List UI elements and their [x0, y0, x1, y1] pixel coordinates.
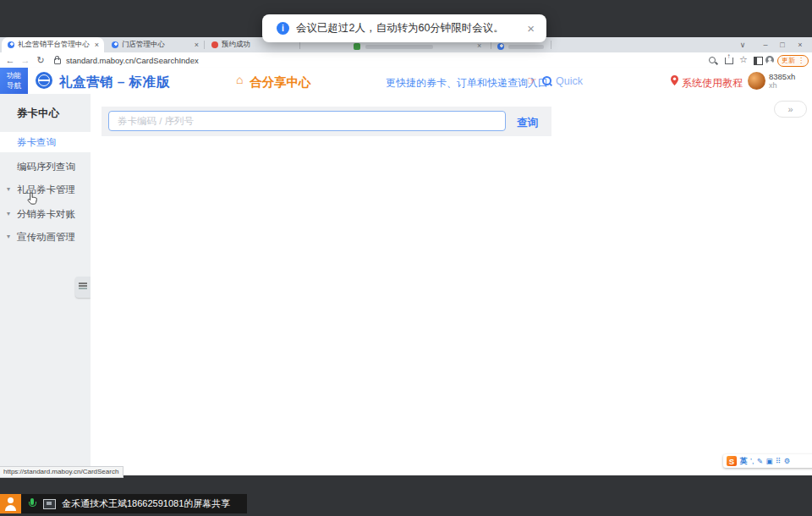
tab-favicon-icon	[211, 41, 218, 48]
link-preview-tooltip: https://standard.maboy.cn/CardSearch	[0, 466, 123, 478]
screen-share-icon	[43, 499, 56, 509]
more-menu-icon[interactable]: ⋮	[798, 57, 804, 64]
sogou-logo-icon[interactable]: S	[727, 456, 737, 466]
share-center-link[interactable]: 合分享中心	[250, 74, 311, 91]
info-icon: i	[277, 22, 289, 35]
tab-favicon-icon	[354, 43, 360, 50]
tab-favicon-icon	[497, 43, 504, 50]
presenter-icon	[0, 494, 21, 513]
settings-icon[interactable]	[784, 458, 791, 465]
tab-store-admin[interactable]: 门店管理中心 ×	[106, 37, 204, 52]
tab-close-icon[interactable]: ×	[477, 41, 481, 50]
lock-icon	[54, 58, 61, 64]
handle-lines-icon	[79, 283, 87, 284]
tutorial-link[interactable]: 系统使用教程	[682, 76, 743, 91]
user-subname: xh	[769, 81, 777, 90]
back-button[interactable]: ←	[3, 52, 17, 68]
window-maximize-button[interactable]: □	[775, 37, 790, 52]
user-name: 8385xh	[769, 72, 795, 81]
window-menu-button[interactable]: ∨	[735, 37, 750, 52]
app-title: 礼盒营销 – 标准版	[59, 74, 170, 91]
tab-favicon-icon	[8, 41, 14, 48]
user-avatar[interactable]	[748, 72, 765, 90]
caret-down-icon: ▾	[7, 210, 10, 217]
microphone-icon	[29, 498, 36, 510]
main-content	[91, 94, 812, 475]
reload-button[interactable]: ↻	[34, 52, 47, 68]
expand-panel-button[interactable]: »	[774, 101, 807, 118]
tab-separator	[551, 41, 551, 49]
quick-entry-hint: 更快捷的券卡、订单和快递查询入口	[386, 76, 548, 91]
ime-language-toggle[interactable]: 英	[740, 456, 748, 467]
caret-down-icon: ▾	[7, 233, 10, 240]
house-icon: ⌂	[236, 73, 243, 86]
toast-message: 会议已超过2人，自动转为60分钟限时会议。	[296, 21, 504, 36]
screen-share-text: 金禾通技术王斌18662591081的屏幕共享	[62, 497, 230, 510]
profile-icon[interactable]	[765, 56, 774, 64]
sidebar-item-promo-animation-management[interactable]: 宣传动画管理	[17, 231, 75, 244]
app-logo-icon	[36, 72, 52, 89]
sidebar-item-distribution-reconciliation[interactable]: 分销券卡对账	[17, 208, 75, 221]
tab-label: 礼盒营销平台管理中心	[18, 40, 90, 50]
toast-close-icon[interactable]: ×	[527, 21, 535, 36]
toolbox-icon[interactable]	[776, 458, 781, 465]
sidebar-title: 券卡中心	[17, 107, 59, 121]
side-panel-icon[interactable]	[754, 57, 763, 65]
tab-obscured[interactable]	[508, 45, 544, 49]
nav-label-line2: 导航	[0, 81, 28, 91]
window-close-button[interactable]: ×	[793, 37, 808, 52]
address-bar[interactable]: standard.maboy.cn/CardSearchIndex	[66, 56, 199, 65]
function-nav-button[interactable]: 功能 导航	[0, 68, 28, 94]
sidebar-item-card-search[interactable]: 券卡查询	[17, 136, 56, 149]
card-code-input[interactable]	[108, 111, 506, 131]
zoom-icon[interactable]	[709, 57, 716, 63]
sidebar-item-code-sequence-search[interactable]: 编码序列查询	[17, 161, 75, 173]
tab-obscured[interactable]	[365, 45, 433, 49]
update-label: 更新	[782, 56, 795, 65]
pointing-finger-icon: ☞	[527, 74, 537, 87]
tab-label: 门店管理中心	[122, 40, 189, 50]
cursor-pointer-icon	[27, 192, 38, 209]
handwriting-icon[interactable]	[757, 458, 763, 465]
tab-favicon-icon	[112, 41, 118, 48]
sidebar-collapse-handle[interactable]	[75, 277, 91, 298]
tab-giftbox-admin[interactable]: 礼盒营销平台管理中心 ×	[2, 37, 104, 52]
window-minimize-button[interactable]: –	[758, 37, 773, 52]
tab-separator	[204, 41, 205, 49]
meeting-toast: i 会议已超过2人，自动转为60分钟限时会议。 ×	[262, 14, 546, 42]
quick-search-icon[interactable]	[542, 76, 551, 85]
browser-update-button[interactable]: 更新 ⋮	[777, 55, 809, 67]
query-button[interactable]: 查询	[517, 116, 538, 130]
clipboard-icon[interactable]	[765, 458, 772, 465]
nav-label-line1: 功能	[0, 71, 28, 80]
tab-close-icon[interactable]: ×	[195, 41, 199, 49]
quick-search-link[interactable]: Quick	[556, 75, 583, 87]
screen-share-status-bar: 金禾通技术王斌18662591081的屏幕共享	[0, 494, 247, 513]
tab-close-icon[interactable]: ×	[95, 41, 99, 49]
location-pin-icon	[671, 74, 678, 89]
bookmark-star-icon[interactable]: ☆	[739, 54, 748, 65]
ime-toolbar: S 英	[723, 454, 812, 468]
forward-button[interactable]: →	[19, 52, 32, 68]
sidebar-item-gift-card-management[interactable]: 礼品券卡管理	[17, 184, 75, 196]
punctuation-icon[interactable]	[750, 458, 754, 465]
share-icon[interactable]	[725, 58, 733, 64]
caret-down-icon: ▾	[7, 185, 10, 193]
